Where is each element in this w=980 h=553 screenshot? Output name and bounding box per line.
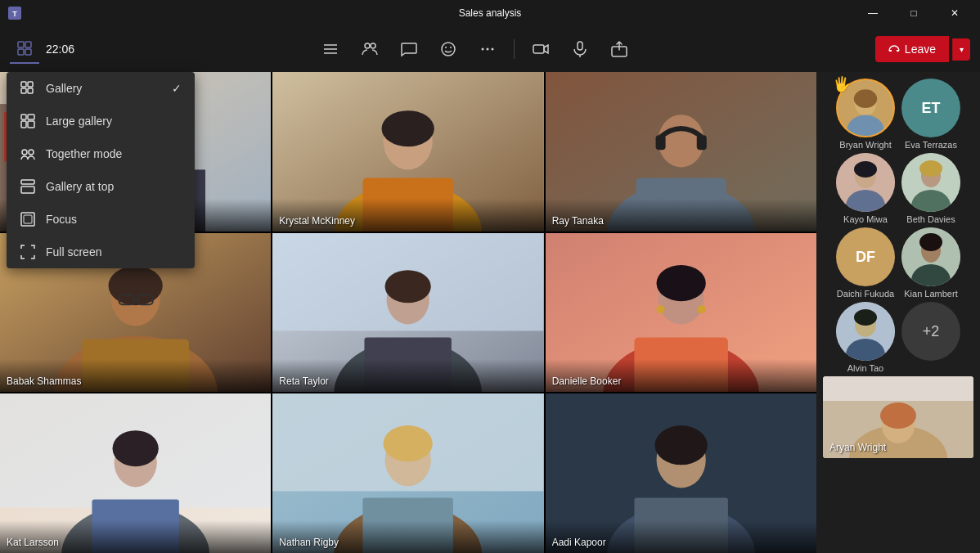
svg-text:T: T	[12, 10, 17, 18]
mic-button[interactable]	[564, 33, 596, 65]
eva-initials: ET	[921, 100, 940, 117]
camera-button[interactable]	[524, 33, 557, 65]
title-bar-controls: — □ ✕	[854, 0, 973, 26]
svg-point-40	[382, 110, 434, 146]
gallery-menu-icon	[20, 80, 36, 97]
sidebar-participant-kayo: Kayo Miwa	[836, 153, 895, 224]
hamburger-icon	[321, 40, 339, 58]
large-gallery-icon	[20, 114, 35, 128]
sidebar-participant-eva: ET Eva Terrazas	[901, 79, 960, 150]
ellipsis-icon	[479, 40, 497, 58]
dropdown-fullscreen-label: Full screen	[46, 245, 101, 259]
plus-badge[interactable]: +2	[901, 302, 960, 361]
share-button[interactable]	[603, 33, 636, 65]
svg-rect-125	[21, 180, 34, 184]
participants-button[interactable]	[353, 33, 386, 65]
toolbar-right-section: Leave ▾	[875, 36, 970, 62]
beth-photo	[901, 153, 960, 212]
participant-name-8: Nathan Rigby	[279, 537, 339, 548]
participant-name-5: Reta Taylor	[279, 375, 328, 387]
svg-rect-122	[28, 121, 34, 128]
focus-menu-icon	[20, 211, 36, 227]
hand-raise-icon: 🖐	[833, 75, 851, 93]
chat-button[interactable]	[393, 33, 425, 65]
svg-point-94	[854, 161, 877, 178]
focus-icon	[20, 212, 35, 227]
leave-button[interactable]: Leave	[875, 36, 949, 62]
video-placeholder-9	[546, 393, 816, 553]
svg-rect-81	[363, 498, 453, 553]
divider	[514, 39, 515, 59]
emoji-icon	[439, 40, 457, 58]
video-cell-2: Krystal McKinney	[272, 72, 543, 232]
svg-rect-18	[578, 42, 582, 50]
microphone-icon	[571, 40, 589, 58]
aryan-name: Aryan Wright	[829, 442, 886, 453]
video-placeholder-2	[272, 72, 543, 232]
teams-logo-icon: T	[7, 5, 23, 21]
svg-point-114	[880, 402, 916, 429]
leave-label: Leave	[905, 43, 936, 56]
reactions-button[interactable]	[432, 33, 465, 65]
together-mode-menu-icon	[20, 146, 36, 162]
close-button[interactable]: ✕	[936, 0, 973, 26]
dropdown-gallery-top[interactable]: Gallery at top	[7, 170, 195, 203]
minimize-button[interactable]: —	[854, 0, 892, 26]
svg-point-10	[371, 43, 375, 48]
dropdown-large-gallery-label: Large gallery	[46, 115, 112, 128]
svg-point-14	[481, 48, 483, 51]
svg-rect-121	[21, 121, 26, 128]
more-options-button[interactable]	[471, 33, 504, 65]
meeting-toolbar: 22:06	[0, 26, 980, 72]
leave-dropdown-button[interactable]: ▾	[952, 38, 970, 61]
participant-name-7: Kat Larsson	[7, 537, 59, 548]
svg-rect-116	[28, 82, 33, 87]
eva-avatar: ET	[901, 79, 960, 137]
svg-point-67	[697, 305, 705, 313]
svg-point-68	[656, 265, 705, 301]
svg-point-86	[654, 425, 707, 465]
maximize-button[interactable]: □	[895, 0, 933, 26]
svg-point-98	[919, 160, 942, 177]
svg-rect-5	[25, 49, 31, 55]
grid-icon	[16, 40, 33, 56]
menu-button[interactable]	[314, 33, 347, 65]
sidebar-participant-alvin: Alvin Tao	[836, 302, 895, 373]
camera-icon	[532, 40, 550, 58]
dropdown-together-mode[interactable]: Together mode	[7, 137, 195, 170]
svg-rect-56	[82, 339, 189, 392]
svg-rect-111	[823, 376, 973, 401]
kayo-name: Kayo Miwa	[843, 214, 888, 224]
svg-rect-62	[365, 337, 452, 392]
gallery-grid-icon	[20, 81, 35, 96]
svg-rect-118	[28, 88, 33, 93]
video-cell-5: Reta Taylor	[272, 233, 543, 393]
daichi-initials: DF	[856, 249, 875, 266]
video-cell-6: Danielle Booker	[546, 233, 816, 393]
svg-rect-120	[28, 115, 34, 119]
fullscreen-icon	[20, 245, 35, 259]
window-title: Sales analysis	[459, 7, 522, 19]
svg-rect-75	[92, 500, 178, 553]
kayo-photo	[836, 153, 895, 212]
gallery-top-icon	[20, 179, 35, 194]
svg-rect-17	[533, 45, 544, 53]
svg-rect-127	[21, 213, 34, 226]
svg-point-13	[450, 47, 452, 48]
sidebar-participant-plus2: +2 x	[901, 302, 960, 373]
dropdown-gallery[interactable]: Gallery ✓	[7, 72, 195, 105]
sidebar-participant-beth: Beth Davies	[901, 153, 960, 224]
eva-name: Eva Terrazas	[905, 140, 957, 150]
svg-rect-115	[21, 82, 26, 87]
sidebar-row-4: Alvin Tao +2 x	[823, 302, 973, 373]
dropdown-gallery-top-label: Gallery at top	[46, 180, 114, 193]
dropdown-large-gallery[interactable]: Large gallery	[7, 105, 195, 137]
svg-rect-3	[25, 42, 31, 47]
beth-name: Beth Davies	[906, 214, 955, 224]
gallery-view-button[interactable]	[10, 34, 39, 64]
sidebar-participants: 🖐 Bryan Wright ET Eva Terrazas	[816, 72, 980, 553]
bryan-name: Bryan Wright	[839, 140, 891, 150]
dropdown-fullscreen[interactable]: Full screen	[7, 236, 195, 268]
dropdown-focus[interactable]: Focus	[7, 203, 195, 236]
fullscreen-menu-icon	[20, 244, 36, 260]
